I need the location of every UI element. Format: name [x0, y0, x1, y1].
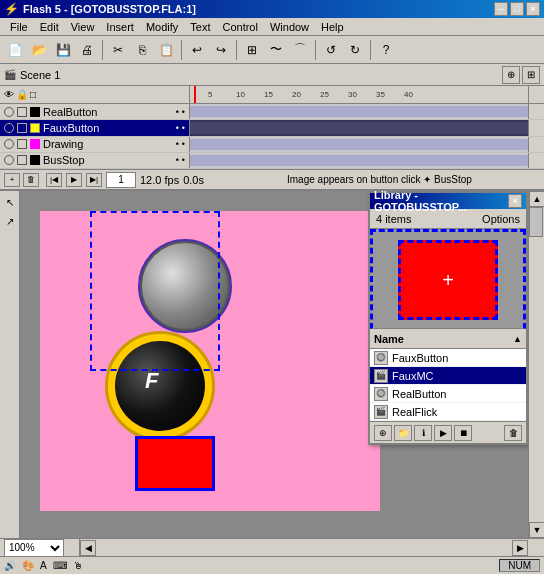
timeline-status: Image appears on button click ✦ BusStop — [287, 174, 521, 185]
frame-number-input[interactable] — [106, 172, 136, 188]
library-options-button[interactable]: Options — [482, 213, 520, 225]
scroll-up-button[interactable]: ▲ — [529, 191, 544, 207]
library-controls: ⊕ 📁 ℹ ▶ ⏹ 🗑 — [370, 421, 526, 443]
lib-item-name-realflick: RealFlick — [392, 406, 437, 418]
menu-file[interactable]: File — [4, 20, 34, 34]
menu-bar: File Edit View Insert Modify Text Contro… — [0, 18, 544, 36]
save-button[interactable]: 💾 — [52, 39, 74, 61]
menu-modify[interactable]: Modify — [140, 20, 184, 34]
zoom-select[interactable]: 100% 50% 200% — [4, 539, 64, 557]
title-bar-buttons: ─ □ × — [494, 2, 540, 16]
playhead — [194, 86, 196, 103]
library-name-label: Name — [374, 333, 404, 345]
scene-icon-1[interactable]: ⊕ — [502, 66, 520, 84]
lib-stop-button[interactable]: ⏹ — [454, 425, 472, 441]
rotate-right-button[interactable]: ↻ — [344, 39, 366, 61]
scroll-thumb[interactable] — [529, 207, 543, 237]
snap-button[interactable]: ⊞ — [241, 39, 263, 61]
timeline-layer-header: 👁 🔒 □ — [0, 86, 190, 103]
minimize-button[interactable]: ─ — [494, 2, 508, 16]
copy-button[interactable]: ⎘ — [131, 39, 153, 61]
lib-item-fauxbutton[interactable]: 🔘 FauxButton — [370, 349, 526, 367]
stage-canvas[interactable]: F — [40, 211, 380, 511]
rotate-left-button[interactable]: ↺ — [320, 39, 342, 61]
status-tools-row: 🔊 🎨 A ⌨ 🖱 — [4, 560, 83, 571]
timeline-ruler: 5 10 15 20 25 30 35 40 — [190, 86, 528, 103]
new-button[interactable]: 📄 — [4, 39, 26, 61]
lib-delete-button[interactable]: 🗑 — [504, 425, 522, 441]
layer-name-realbutton: RealButton — [43, 106, 97, 118]
redo-button[interactable]: ↪ — [210, 39, 232, 61]
hscroll-left-button[interactable]: ◀ — [80, 540, 96, 556]
lib-properties-button[interactable]: ℹ — [414, 425, 432, 441]
timeline-layers: RealButton • • FauxButton • — [0, 104, 544, 169]
print-button[interactable]: 🖨 — [76, 39, 98, 61]
close-button[interactable]: × — [526, 2, 540, 16]
lib-new-symbol-button[interactable]: ⊕ — [374, 425, 392, 441]
layer-label-busstop[interactable]: BusStop • • — [0, 153, 190, 168]
frames-fauxbutton[interactable] — [190, 120, 528, 135]
layer-label-realbutton[interactable]: RealButton • • — [0, 104, 190, 119]
scroll-down-button[interactable]: ▼ — [529, 522, 544, 538]
layer-name-fauxbutton: FauxButton — [43, 122, 99, 134]
library-preview-inner: + — [398, 240, 498, 320]
frame-back-button[interactable]: |◀ — [46, 173, 62, 187]
lib-item-realflick[interactable]: 🎬 RealFlick — [370, 403, 526, 421]
lib-item-name-fauxmc: FauxMC — [392, 370, 434, 382]
menu-insert[interactable]: Insert — [100, 20, 140, 34]
add-layer-button[interactable]: + — [4, 173, 20, 187]
tools-panel: ↖ ↗ — [0, 191, 20, 538]
play-button[interactable]: ▶ — [66, 173, 82, 187]
menu-window[interactable]: Window — [264, 20, 315, 34]
lib-icon-realbutton: 🔘 — [374, 387, 388, 401]
subselect-tool[interactable]: ↗ — [1, 212, 19, 230]
help-button[interactable]: ? — [375, 39, 397, 61]
lib-item-fauxmc[interactable]: 🎬 FauxMC — [370, 367, 526, 385]
undo-button[interactable]: ↩ — [186, 39, 208, 61]
status-bar: 🔊 🎨 A ⌨ 🖱 NUM — [0, 556, 544, 574]
frames-drawing[interactable] — [190, 137, 528, 152]
frame-forward-button[interactable]: ▶| — [86, 173, 102, 187]
straighten-button[interactable]: ⌒ — [289, 39, 311, 61]
menu-control[interactable]: Control — [216, 20, 263, 34]
layer-label-drawing[interactable]: Drawing • • — [0, 137, 190, 152]
lib-icon-fauxbutton: 🔘 — [374, 351, 388, 365]
hscroll-right-button[interactable]: ▶ — [512, 540, 528, 556]
stage-red-rect[interactable] — [135, 436, 215, 491]
lib-play-button[interactable]: ▶ — [434, 425, 452, 441]
timeline-header: 👁 🔒 □ 5 10 15 20 25 30 35 40 — [0, 86, 544, 104]
lib-icon-fauxmc: 🎬 — [374, 369, 388, 383]
layer-label-fauxbutton[interactable]: FauxButton • • — [0, 120, 190, 135]
library-title: Library - GOTOBUSSTOP... — [374, 191, 508, 213]
menu-text[interactable]: Text — [184, 20, 216, 34]
scene-right-icons: ⊕ ⊞ — [502, 66, 540, 84]
library-close-button[interactable]: × — [508, 194, 522, 208]
layer-row-busstop: BusStop • • — [0, 153, 544, 169]
delete-layer-button[interactable]: 🗑 — [23, 173, 39, 187]
scene-icon-2[interactable]: ⊞ — [522, 66, 540, 84]
open-button[interactable]: 📂 — [28, 39, 50, 61]
maximize-button[interactable]: □ — [510, 2, 524, 16]
frames-busstop[interactable] — [190, 153, 528, 168]
library-items-list: 🔘 FauxButton 🎬 FauxMC 🔘 RealButton 🎬 Rea… — [370, 349, 526, 421]
timeline: 👁 🔒 □ 5 10 15 20 25 30 35 40 — [0, 86, 544, 191]
stage-panel: F Library - GOTOBUSSTOP... × 4 items Opt… — [20, 191, 528, 538]
lib-item-realbutton[interactable]: 🔘 RealButton — [370, 385, 526, 403]
frames-realbutton[interactable] — [190, 104, 528, 119]
toolbar-separator-4 — [315, 40, 316, 60]
scene-label: Scene 1 — [20, 69, 60, 81]
lib-new-folder-button[interactable]: 📁 — [394, 425, 412, 441]
main-content: ↖ ↗ F Library - GOTOBU — [0, 191, 544, 538]
library-preview: + — [370, 229, 526, 329]
menu-help[interactable]: Help — [315, 20, 350, 34]
zoom-area: 100% 50% 200% — [0, 539, 80, 557]
menu-view[interactable]: View — [65, 20, 101, 34]
menu-edit[interactable]: Edit — [34, 20, 65, 34]
num-status: NUM — [508, 560, 531, 571]
paste-button[interactable]: 📋 — [155, 39, 177, 61]
arrow-tool[interactable]: ↖ — [1, 193, 19, 211]
toolbar-separator-5 — [370, 40, 371, 60]
smooth-button[interactable]: 〜 — [265, 39, 287, 61]
cut-button[interactable]: ✂ — [107, 39, 129, 61]
layer-name-drawing: Drawing — [43, 138, 83, 150]
